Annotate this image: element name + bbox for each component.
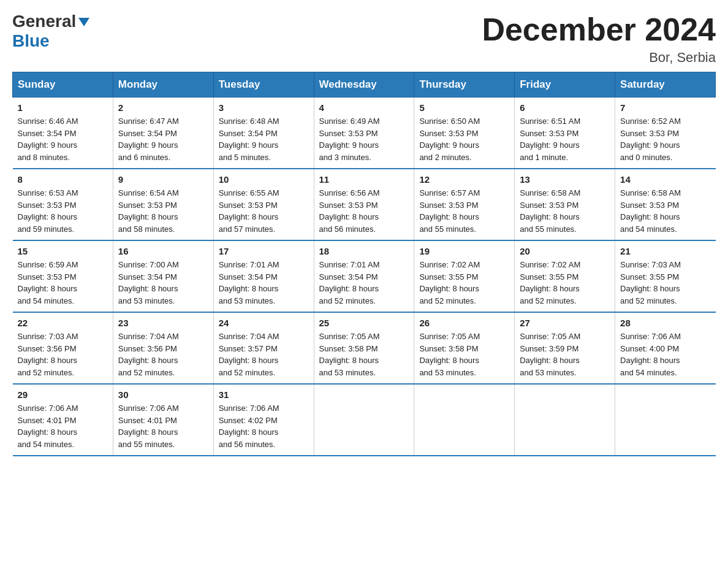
day-info: Sunrise: 6:59 AM Sunset: 3:53 PM Dayligh… [18,259,108,307]
calendar-cell: 3Sunrise: 6:48 AM Sunset: 3:54 PM Daylig… [213,98,314,169]
calendar-cell: 29Sunrise: 7:06 AM Sunset: 4:01 PM Dayli… [13,384,113,456]
calendar-table: Sunday Monday Tuesday Wednesday Thursday… [12,72,716,456]
day-info: Sunrise: 7:05 AM Sunset: 3:58 PM Dayligh… [319,331,409,378]
calendar-header: Sunday Monday Tuesday Wednesday Thursday… [13,72,716,98]
day-info: Sunrise: 6:51 AM Sunset: 3:53 PM Dayligh… [520,115,610,163]
logo-blue: Blue [12,31,50,51]
logo: General Blue [12,12,91,51]
day-info: Sunrise: 7:06 AM Sunset: 4:00 PM Dayligh… [620,331,710,378]
day-info: Sunrise: 7:03 AM Sunset: 3:56 PM Dayligh… [18,331,108,378]
calendar-cell: 5Sunrise: 6:50 AM Sunset: 3:53 PM Daylig… [414,98,515,169]
calendar-week-3: 22Sunrise: 7:03 AM Sunset: 3:56 PM Dayli… [13,312,716,384]
calendar-cell: 6Sunrise: 6:51 AM Sunset: 3:53 PM Daylig… [515,98,615,169]
calendar-cell: 13Sunrise: 6:58 AM Sunset: 3:53 PM Dayli… [515,169,615,240]
day-number: 3 [219,102,309,113]
calendar-cell: 19Sunrise: 7:02 AM Sunset: 3:55 PM Dayli… [414,240,515,312]
day-number: 5 [419,102,509,113]
calendar-cell [515,384,615,456]
day-number: 4 [319,102,409,113]
logo-general: General [12,12,76,31]
day-info: Sunrise: 6:52 AM Sunset: 3:53 PM Dayligh… [620,115,710,163]
day-number: 20 [520,246,610,256]
day-number: 29 [18,389,108,400]
day-info: Sunrise: 6:50 AM Sunset: 3:53 PM Dayligh… [419,115,509,163]
day-info: Sunrise: 7:01 AM Sunset: 3:54 PM Dayligh… [319,259,409,307]
day-info: Sunrise: 6:58 AM Sunset: 3:53 PM Dayligh… [520,187,610,235]
day-info: Sunrise: 6:56 AM Sunset: 3:53 PM Dayligh… [319,187,409,235]
day-number: 12 [419,174,509,185]
calendar-cell: 11Sunrise: 6:56 AM Sunset: 3:53 PM Dayli… [314,169,414,240]
logo-triangle-icon [77,15,91,29]
header-monday: Monday [113,72,213,98]
day-info: Sunrise: 7:06 AM Sunset: 4:01 PM Dayligh… [18,402,108,450]
day-number: 11 [319,174,409,185]
calendar-week-1: 8Sunrise: 6:53 AM Sunset: 3:53 PM Daylig… [13,169,716,240]
month-year-title: December 2024 [482,12,716,47]
day-number: 25 [319,318,409,328]
day-number: 28 [620,318,710,328]
day-number: 21 [620,246,710,256]
calendar-cell: 1Sunrise: 6:46 AM Sunset: 3:54 PM Daylig… [13,98,113,169]
day-info: Sunrise: 6:55 AM Sunset: 3:53 PM Dayligh… [219,187,309,235]
calendar-cell: 9Sunrise: 6:54 AM Sunset: 3:53 PM Daylig… [113,169,213,240]
header-thursday: Thursday [414,72,515,98]
day-number: 7 [620,102,710,113]
calendar-cell: 27Sunrise: 7:05 AM Sunset: 3:59 PM Dayli… [515,312,615,384]
day-number: 16 [118,246,208,256]
calendar-cell: 25Sunrise: 7:05 AM Sunset: 3:58 PM Dayli… [314,312,414,384]
day-number: 26 [419,318,509,328]
day-number: 24 [219,318,309,328]
calendar-cell: 14Sunrise: 6:58 AM Sunset: 3:53 PM Dayli… [615,169,716,240]
day-info: Sunrise: 7:03 AM Sunset: 3:55 PM Dayligh… [620,259,710,307]
calendar-cell: 2Sunrise: 6:47 AM Sunset: 3:54 PM Daylig… [113,98,213,169]
calendar-cell: 4Sunrise: 6:49 AM Sunset: 3:53 PM Daylig… [314,98,414,169]
day-number: 10 [219,174,309,185]
day-number: 1 [18,102,108,113]
calendar-cell: 15Sunrise: 6:59 AM Sunset: 3:53 PM Dayli… [13,240,113,312]
day-info: Sunrise: 6:47 AM Sunset: 3:54 PM Dayligh… [118,115,208,163]
svg-marker-0 [78,18,89,26]
day-info: Sunrise: 7:06 AM Sunset: 4:02 PM Dayligh… [219,402,309,450]
day-info: Sunrise: 6:49 AM Sunset: 3:53 PM Dayligh… [319,115,409,163]
calendar-cell: 7Sunrise: 6:52 AM Sunset: 3:53 PM Daylig… [615,98,716,169]
header-sunday: Sunday [13,72,113,98]
calendar-week-2: 15Sunrise: 6:59 AM Sunset: 3:53 PM Dayli… [13,240,716,312]
calendar-cell: 21Sunrise: 7:03 AM Sunset: 3:55 PM Dayli… [615,240,716,312]
day-number: 27 [520,318,610,328]
day-number: 23 [118,318,208,328]
day-number: 30 [118,389,208,400]
day-number: 2 [118,102,208,113]
calendar-cell: 18Sunrise: 7:01 AM Sunset: 3:54 PM Dayli… [314,240,414,312]
day-number: 8 [18,174,108,185]
calendar-cell: 8Sunrise: 6:53 AM Sunset: 3:53 PM Daylig… [13,169,113,240]
calendar-cell: 24Sunrise: 7:04 AM Sunset: 3:57 PM Dayli… [213,312,314,384]
day-info: Sunrise: 7:05 AM Sunset: 3:59 PM Dayligh… [520,331,610,378]
calendar-cell: 16Sunrise: 7:00 AM Sunset: 3:54 PM Dayli… [113,240,213,312]
day-info: Sunrise: 6:57 AM Sunset: 3:53 PM Dayligh… [419,187,509,235]
page-header: General Blue December 2024 Bor, Serbia [12,12,716,66]
day-info: Sunrise: 7:05 AM Sunset: 3:58 PM Dayligh… [419,331,509,378]
day-number: 15 [18,246,108,256]
day-info: Sunrise: 6:58 AM Sunset: 3:53 PM Dayligh… [620,187,710,235]
location-label: Bor, Serbia [482,50,716,66]
day-number: 31 [219,389,309,400]
day-number: 22 [18,318,108,328]
day-info: Sunrise: 7:04 AM Sunset: 3:56 PM Dayligh… [118,331,208,378]
day-info: Sunrise: 6:54 AM Sunset: 3:53 PM Dayligh… [118,187,208,235]
title-block: December 2024 Bor, Serbia [482,12,716,66]
header-friday: Friday [515,72,615,98]
calendar-body: 1Sunrise: 6:46 AM Sunset: 3:54 PM Daylig… [13,98,716,456]
calendar-cell: 30Sunrise: 7:06 AM Sunset: 4:01 PM Dayli… [113,384,213,456]
calendar-cell [615,384,716,456]
day-number: 18 [319,246,409,256]
day-info: Sunrise: 6:46 AM Sunset: 3:54 PM Dayligh… [18,115,108,163]
day-info: Sunrise: 7:02 AM Sunset: 3:55 PM Dayligh… [419,259,509,307]
day-number: 13 [520,174,610,185]
calendar-cell: 22Sunrise: 7:03 AM Sunset: 3:56 PM Dayli… [13,312,113,384]
day-info: Sunrise: 7:01 AM Sunset: 3:54 PM Dayligh… [219,259,309,307]
day-info: Sunrise: 7:00 AM Sunset: 3:54 PM Dayligh… [118,259,208,307]
header-row: Sunday Monday Tuesday Wednesday Thursday… [13,72,716,98]
day-number: 6 [520,102,610,113]
calendar-cell [414,384,515,456]
calendar-cell: 23Sunrise: 7:04 AM Sunset: 3:56 PM Dayli… [113,312,213,384]
